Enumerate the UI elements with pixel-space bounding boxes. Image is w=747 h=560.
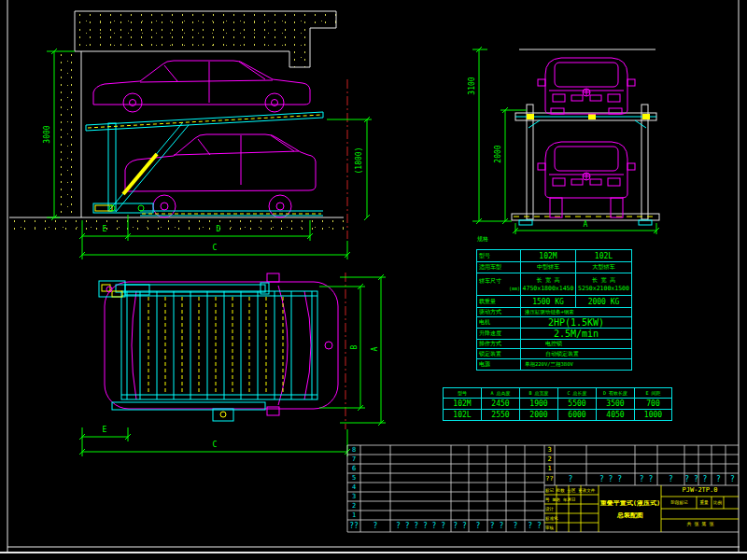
spec-dims-header: 长 宽 高 [521,276,575,285]
spec-value: 长 宽 高 4750x1800x1450 [521,273,576,296]
bom-row-number: 6 [347,464,360,473]
spec-label: 轿车尺寸 (mm) [477,273,521,296]
dim-front-inner: 2000 [495,145,502,162]
front-view-structure [512,49,659,220]
spec-label: 电机 [477,317,521,329]
spec-value: 2HP(1.5KW) [521,317,632,329]
table-row: 型号 A 总高度 B 总宽度 C 总长度 D 有效长度 E 间距 [444,388,672,399]
side-view-upper-car [93,61,310,112]
spec-value: 长 宽 高 5250x2100x1500 [576,273,632,296]
dim-table-cell: 700 [635,399,672,410]
dim-table-cell: 102L [444,410,482,421]
spec-table-caption: 规格 [477,236,488,242]
stage-mark-row: 阶段标记 重量 比例 [662,497,739,509]
table-row: 102M 2450 1900 5500 3500 700 [444,399,672,410]
spec-label: 载重量 [477,296,521,308]
drawing-title-line2: 总装配图 [599,512,661,519]
bom-row-number: 7 [347,455,360,464]
bom-header-cell: ?? [347,520,360,532]
dim-table-cell: 2550 [482,410,520,421]
bom-header-cell: ? ? [451,520,469,532]
spec-label: 操作方式 [477,340,521,349]
drawing-title-line1: 重叠平置式(液压式) [599,500,661,507]
bom-header-cell: ? [698,473,712,485]
front-dimensions [472,47,659,234]
bom-header-cell: ? [555,473,586,485]
spec-value: 电控锁 [521,340,632,349]
bom-row-number: 3 [347,492,360,501]
side-view-lower-car [125,134,316,217]
revision-row: 标记 处数 分区 更改文件号 签名 年月日 [545,486,598,505]
dim-plan-c: C [213,441,218,449]
spec-label-text: 轿车尺寸 [479,277,520,286]
table-row: 载重量 1500 KG 2000 KG [477,296,632,308]
spec-value: 液压缸驱动链条+钢索 [521,308,632,317]
spec-label: 驱动方式 [477,308,521,317]
plan-view-details [102,285,283,417]
dim-table-header: B 总宽度 [520,388,558,399]
spec-label: 适用车型 [477,262,521,273]
spec-label: 锁定装置 [477,349,521,359]
bom-left-row-numbers: 8 7 6 5 4 3 2 1 [347,445,360,520]
bom-row-number: 1 [347,511,360,520]
revision-rows: 标记 处数 分区 更改文件号 签名 年月日 设计 标准化 审核 工艺 批准 [545,486,598,532]
bom-row-number: 2 [544,455,555,464]
table-row: 操作方式 电控锁 [477,340,632,349]
spec-table: 型号 102M 102L 适用车型 中型轿车 大型轿车 轿车尺寸 (mm) 长 … [476,249,632,371]
table-row: 型号 102M 102L [477,250,632,262]
bom-header-cell: ? ? [525,520,544,532]
spec-value: 1500 KG [521,296,576,308]
bom-header-cell: ? [726,473,740,485]
stage-label: 阶段标记 [662,497,697,509]
revision-row: 设计 [545,505,598,514]
spec-dims-header: 长 宽 高 [576,276,631,285]
table-row: 102L 2550 2000 6000 4050 1000 [444,410,672,421]
spec-dims-value: 5250x2100x1500 [576,285,631,292]
dim-side-c: C [213,245,218,252]
bom-header-cell: ? [360,520,390,532]
dim-side-e: E [103,226,107,233]
dim-table-cell: 5500 [558,399,597,410]
spec-label: 型号 [477,250,521,262]
dimension-table: 型号 A 总高度 B 总宽度 C 总长度 D 有效长度 E 间距 102M 24… [443,387,672,421]
dim-table-header: C 总长度 [558,388,597,399]
dim-table-header: D 有效长度 [597,388,635,399]
table-row: 升降速度 2.5M/min [477,329,632,340]
table-row: 电机 2HP(1.5KW) [477,317,632,329]
bom-left-header: ?? ? ? ? ? ? ? ? ? ? ? ? ? ? ? ? [347,520,544,532]
bom-header-cell: ? [712,473,726,485]
dim-side-inner: (1800) [356,147,363,175]
dim-front-a: A [584,221,588,229]
table-row: 电源 单相220V/三相380V [477,359,632,371]
table-row: 锁定装置 自动锁定装置 [477,349,632,359]
side-view-platform [86,112,323,216]
dim-side-d: D [217,226,221,233]
dim-table-cell: 2450 [482,399,520,410]
spec-value: 2000 KG [576,296,632,308]
revision-row: 审核 [545,524,598,532]
bom-row-number: 1 [544,464,555,473]
drawing-number: PJW-2TP.0 [661,487,739,494]
table-row: 适用车型 中型轿车 大型轿车 [477,262,632,273]
spec-label: 升降速度 [477,329,521,340]
cad-sheet: 3000 (1800) E D C 3100 2000 A B A E C 规格… [0,0,747,560]
table-row: 驱动方式 液压缸驱动链条+钢索 [477,308,632,317]
dim-front-total: 3100 [469,77,476,94]
dim-table-header: E 间距 [635,388,672,399]
dim-table-cell: 6000 [558,410,597,421]
bom-row-number: 8 [347,445,360,455]
spec-value: 自动锁定装置 [521,349,632,359]
dim-table-cell: 3500 [597,399,635,410]
bom-header-cell: ? ? [684,473,698,485]
bom-row-number: 4 [347,483,360,492]
bom-right-row-numbers: 3 2 1 [544,445,555,473]
bom-right-corner: ?? [544,476,555,483]
front-view-upper-car [538,58,635,114]
bom-header-cell: ? [657,473,684,485]
side-view-lift-details [88,115,321,214]
spec-label: 电源 [477,359,521,371]
dim-table-header: 型号 [444,388,482,399]
dim-table-cell: 2000 [520,410,558,421]
dim-table-cell: 1000 [635,410,672,421]
bom-row-number: 3 [544,445,555,455]
